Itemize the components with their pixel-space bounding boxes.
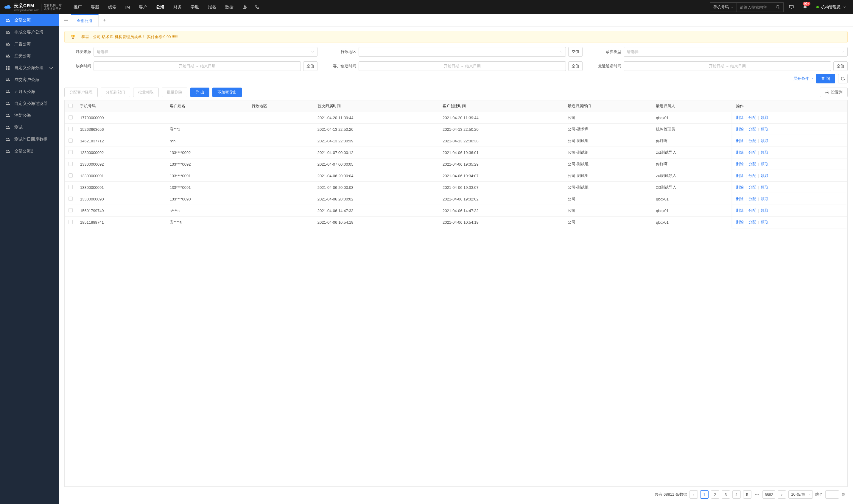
page-4[interactable]: 4 [732,490,741,499]
nav-item-5[interactable]: 公海 [152,0,168,14]
sidebar-item-2[interactable]: 二咨公海 [0,38,59,50]
op-delete[interactable]: 删除 [736,115,744,120]
export-unencrypted-button[interactable]: 不加密导出 [212,88,242,97]
sidebar-item-1[interactable]: 非成交客户公海 [0,26,59,38]
set-columns-button[interactable]: 设置列 [820,88,848,97]
nav-item-7[interactable]: 学服 [186,0,203,14]
row-checkbox[interactable] [69,197,73,201]
last-page-button[interactable]: 6882 [762,490,775,499]
op-delete[interactable]: 删除 [736,162,744,166]
add-user-icon[interactable] [239,0,250,14]
assign-manager-button[interactable]: 分配客户经理 [64,88,98,97]
page-5[interactable]: 5 [743,490,751,499]
nav-item-4[interactable]: 客户 [134,0,151,14]
row-checkbox[interactable] [69,220,73,224]
collapse-sidebar-icon[interactable] [61,16,71,25]
search-input[interactable] [737,3,773,12]
op-delete[interactable]: 删除 [736,220,744,224]
op-delete[interactable]: 删除 [736,208,744,213]
sidebar-item-5[interactable]: 成交客户公海 [0,74,59,86]
sidebar-item-8[interactable]: 消防公海 [0,110,59,122]
select-all-checkbox[interactable] [69,104,73,108]
row-checkbox[interactable] [69,150,73,154]
phone-icon[interactable] [252,0,263,14]
row-checkbox[interactable] [69,208,73,212]
page-size-select[interactable]: 10 条/页 [788,490,813,499]
last-call-null-button[interactable]: 空值 [833,61,848,71]
op-assign[interactable]: 分配 [748,127,756,131]
batch-claim-button[interactable]: 批量领取 [133,88,159,97]
region-select[interactable] [359,47,566,57]
monitor-icon[interactable] [785,0,797,14]
op-claim[interactable]: 领取 [761,162,768,166]
op-claim[interactable]: 领取 [761,173,768,178]
op-assign[interactable]: 分配 [748,173,756,178]
nav-item-1[interactable]: 客服 [87,0,103,14]
op-claim[interactable]: 领取 [761,197,768,201]
page-2[interactable]: 2 [711,490,719,499]
nav-item-3[interactable]: IM [121,0,134,14]
sidebar-item-0[interactable]: 全部公海 [0,14,59,26]
page-1[interactable]: 1 [700,490,709,499]
notifications-icon[interactable]: 99+ [799,0,811,14]
op-assign[interactable]: 分配 [748,150,756,155]
row-checkbox[interactable] [69,115,73,120]
last-call-range[interactable]: 开始日期~结束日期 [624,61,831,71]
sidebar-item-6[interactable]: 五月天公海 [0,86,59,98]
search-type-select[interactable]: 手机号码 [710,3,737,12]
search-button[interactable] [773,3,783,12]
abandon-time-range[interactable]: 开始日期~结束日期 [93,61,301,71]
sidebar-item-10[interactable]: 测试昨日回库数据 [0,133,59,145]
sidebar-item-11[interactable]: 全部公海2 [0,145,59,157]
op-assign[interactable]: 分配 [748,162,756,166]
row-checkbox[interactable] [69,162,73,166]
prev-page-button[interactable]: ‹ [689,490,698,499]
export-button[interactable]: 导 出 [190,88,210,97]
friend-source-select[interactable]: 请选择 [93,47,317,57]
sidebar-item-4[interactable]: 自定义公海分组 [0,62,59,74]
abandon-type-select[interactable]: 请选择 [624,47,848,57]
op-delete[interactable]: 删除 [736,197,744,201]
nav-item-8[interactable]: 报名 [204,0,220,14]
op-claim[interactable]: 领取 [761,150,768,155]
op-claim[interactable]: 领取 [761,139,768,143]
nav-item-9[interactable]: 数据 [221,0,238,14]
op-delete[interactable]: 删除 [736,139,744,143]
op-claim[interactable]: 领取 [761,115,768,120]
assign-dept-button[interactable]: 分配到部门 [101,88,130,97]
create-time-null-button[interactable]: 空值 [568,61,583,71]
row-checkbox[interactable] [69,173,73,178]
page-3[interactable]: 3 [722,490,730,499]
sidebar-item-9[interactable]: 测试 [0,122,59,133]
op-delete[interactable]: 删除 [736,150,744,155]
nav-item-6[interactable]: 财务 [169,0,186,14]
user-menu[interactable]: 机构管理员 [813,4,849,10]
jump-page-input[interactable] [825,490,839,499]
sidebar-item-7[interactable]: 自定义公海过滤器 [0,98,59,110]
op-assign[interactable]: 分配 [748,220,756,224]
op-delete[interactable]: 删除 [736,173,744,178]
region-null-button[interactable]: 空值 [568,47,583,57]
row-checkbox[interactable] [69,139,73,143]
nav-item-2[interactable]: 线索 [104,0,121,14]
op-claim[interactable]: 领取 [761,208,768,213]
row-checkbox[interactable] [69,127,73,131]
expand-filters-link[interactable]: 展开条件 [794,76,813,81]
op-assign[interactable]: 分配 [748,185,756,190]
add-tab-button[interactable]: + [98,14,110,27]
op-assign[interactable]: 分配 [748,208,756,213]
op-assign[interactable]: 分配 [748,139,756,143]
batch-delete-button[interactable]: 批量删除 [162,88,187,97]
op-claim[interactable]: 领取 [761,127,768,131]
op-assign[interactable]: 分配 [748,197,756,201]
row-checkbox[interactable] [69,185,73,189]
op-claim[interactable]: 领取 [761,220,768,224]
create-time-range[interactable]: 开始日期~结束日期 [359,61,566,71]
sidebar-item-3[interactable]: 注安公海 [0,50,59,62]
nav-item-0[interactable]: 推广 [69,0,86,14]
tab-all-public[interactable]: 全部公海 [71,14,98,27]
op-assign[interactable]: 分配 [748,115,756,120]
op-delete[interactable]: 删除 [736,185,744,190]
refresh-button[interactable] [838,74,848,84]
op-claim[interactable]: 领取 [761,185,768,190]
